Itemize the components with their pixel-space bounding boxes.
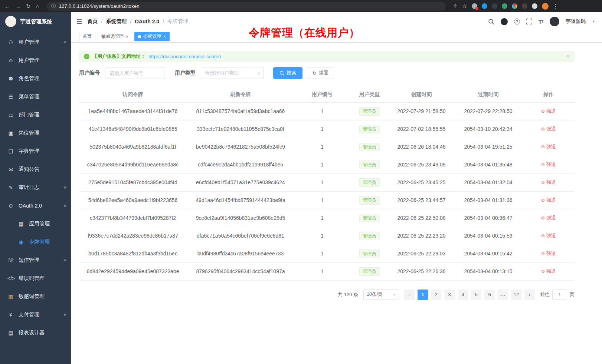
user-avatar[interactable]: [550, 17, 559, 26]
sidebar-item-audit-log[interactable]: ✎审计日志∨: [0, 178, 71, 196]
help-icon[interactable]: ?: [514, 19, 520, 24]
page-button-6[interactable]: 6: [484, 289, 495, 300]
refresh-token-cell: b0df4980ffd34c67a08f9156e4eee733: [187, 245, 294, 262]
extension-icon[interactable]: [512, 3, 517, 9]
search-button[interactable]: 搜索: [273, 67, 302, 79]
pagination-prev-button[interactable]: ‹: [404, 289, 415, 300]
pagination-more-button[interactable]: ...: [498, 289, 508, 300]
share-icon[interactable]: ⇧: [453, 3, 458, 9]
force-logout-button[interactable]: ⊘强退: [541, 179, 556, 186]
extension-icon[interactable]: [522, 3, 527, 9]
user-type-badge: 管理员: [359, 267, 380, 276]
browser-menu-icon[interactable]: ⋮: [553, 3, 559, 9]
user-id-input[interactable]: [105, 67, 164, 79]
force-logout-button[interactable]: ⊘强退: [541, 250, 556, 257]
tab-token[interactable]: 令牌管理 ×: [134, 32, 170, 41]
breadcrumb-item[interactable]: 系统管理: [106, 18, 127, 25]
extension-icon[interactable]: [532, 3, 537, 9]
user-type-badge: 管理员: [359, 249, 380, 258]
page-button-1[interactable]: 1: [418, 289, 428, 300]
back-icon[interactable]: ←: [4, 3, 10, 9]
page-content: ✓ 【用户体系】文档地址： https://doc.iocoder.cn/use…: [71, 43, 602, 364]
sidebar-item-error-code[interactable]: </>错误码管理: [0, 269, 71, 287]
url-bar[interactable]: ⓘ 127.0.0.1:1024/system/oauth2/token: [47, 2, 446, 11]
force-logout-button[interactable]: ⊘强退: [541, 108, 556, 115]
sidebar-item-user[interactable]: ☺用户管理: [0, 51, 71, 69]
sidebar-item-tenant[interactable]: ⚇租户管理∨: [0, 33, 71, 51]
extension-icon[interactable]: [492, 3, 497, 9]
created-time-cell: 2022-07-29 21:58:50: [389, 102, 454, 120]
user-name[interactable]: 芋道源码: [566, 18, 586, 25]
sidebar-item-sensitive-word[interactable]: ▥敏感词管理: [0, 287, 71, 305]
extension-icon[interactable]: [482, 3, 487, 9]
doc-link[interactable]: https://doc.iocoder.cn/user-center/: [148, 54, 221, 59]
sidebar-item-oauth2-app[interactable]: ▦应用管理: [0, 215, 71, 233]
force-logout-button[interactable]: ⊘强退: [541, 143, 556, 150]
force-logout-label: 强退: [546, 126, 556, 132]
page-button-12[interactable]: 12: [511, 289, 521, 300]
breadcrumb-item[interactable]: 首页: [87, 18, 98, 25]
pagination-next-button[interactable]: ›: [524, 289, 535, 300]
sidebar-item-post[interactable]: ▣岗位管理: [0, 124, 71, 142]
sidebar-item-menu[interactable]: ☰菜单管理: [0, 87, 71, 106]
collapse-menu-icon[interactable]: ☰: [76, 18, 82, 26]
forward-icon[interactable]: →: [15, 3, 21, 9]
chevron-down-icon: ∨: [63, 258, 67, 262]
force-logout-button[interactable]: ⊘强退: [541, 215, 556, 221]
close-icon[interactable]: ×: [163, 34, 166, 39]
refresh-token-cell: cdfc4ce9c2da4bb1bdf21b9918ff4be5: [187, 156, 294, 173]
tab-label: 敏感词管理: [101, 33, 124, 40]
sidebar-item-oauth2[interactable]: ⊙OAuth 2.0∧: [0, 196, 71, 215]
user-type-select[interactable]: 请选择用户类型 ∨: [201, 67, 264, 79]
expire-time-cell: 2054-03-04 01:31:36: [454, 191, 523, 209]
goto-page-input[interactable]: [552, 289, 567, 300]
page-button-5[interactable]: 5: [471, 289, 481, 300]
force-logout-button[interactable]: ⊘强退: [541, 126, 556, 132]
user-id-cell: 1: [294, 138, 350, 156]
github-icon[interactable]: [501, 18, 508, 25]
force-logout-button[interactable]: ⊘强退: [541, 268, 556, 275]
sidebar-item-report[interactable]: ▤报表设计器: [0, 324, 71, 342]
sidebar-item-pay[interactable]: ¥支付管理∨: [0, 305, 71, 324]
force-logout-button[interactable]: ⊘强退: [541, 232, 556, 239]
user-id-cell: 1: [294, 245, 350, 262]
close-icon[interactable]: ×: [566, 53, 570, 60]
home-icon[interactable]: ⌂: [36, 3, 39, 9]
page-button-2[interactable]: 2: [431, 289, 441, 300]
sidebar-item-dict[interactable]: ❏字典管理: [0, 142, 71, 160]
role-icon: ⚉: [7, 76, 14, 82]
chevron-down-icon: ∨: [63, 312, 67, 317]
operation-cell: ⊘强退: [523, 120, 575, 138]
sidebar-item-notice[interactable]: ✉通知公告: [0, 160, 71, 178]
column-header-user-type: 用户类型: [350, 87, 389, 102]
reset-button[interactable]: ↻ 重置: [307, 67, 334, 79]
force-logout-button[interactable]: ⊘强退: [541, 161, 556, 168]
search-icon[interactable]: [488, 19, 494, 25]
user-type-badge: 管理员: [359, 143, 380, 151]
extension-icon[interactable]: [472, 3, 477, 9]
tab-sensitive-word[interactable]: 敏感词管理 ×: [98, 32, 132, 41]
fullscreen-icon[interactable]: [526, 19, 532, 24]
user-id-cell: 1: [294, 209, 350, 227]
page-button-3[interactable]: 3: [444, 289, 455, 300]
extension-icon[interactable]: [502, 3, 507, 9]
close-icon[interactable]: ×: [126, 34, 128, 39]
sidebar-item-dept[interactable]: ⚏部门管理: [0, 106, 71, 124]
font-size-icon[interactable]: TT: [539, 19, 543, 25]
sidebar-item-role[interactable]: ⚉角色管理: [0, 69, 71, 87]
sidebar-item-sms[interactable]: ☏短信管理∨: [0, 251, 71, 269]
page-button-4[interactable]: 4: [458, 289, 468, 300]
created-time-cell: 2022-06-25 23:45:25: [389, 173, 454, 191]
breadcrumb-item[interactable]: OAuth 2.0: [135, 19, 159, 24]
created-time-cell: 2022-06-25 22:50:08: [389, 209, 454, 227]
tab-home[interactable]: 首页: [79, 32, 95, 41]
browser-profile-avatar[interactable]: [542, 3, 549, 10]
force-logout-button[interactable]: ⊘强退: [541, 197, 556, 203]
bookmark-star-icon[interactable]: ☆: [462, 3, 467, 9]
site-info-icon[interactable]: ⓘ: [51, 3, 56, 10]
reload-icon[interactable]: ↻: [26, 3, 31, 9]
page-size-select[interactable]: 10条/页 ∨: [363, 289, 399, 300]
sidebar-item-oauth2-token[interactable]: ◉令牌管理: [0, 233, 71, 251]
breadcrumb-separator: /: [130, 19, 131, 24]
access-token-cell: 41c41346a548490f9dc8b01c6bfe0865: [79, 120, 187, 138]
